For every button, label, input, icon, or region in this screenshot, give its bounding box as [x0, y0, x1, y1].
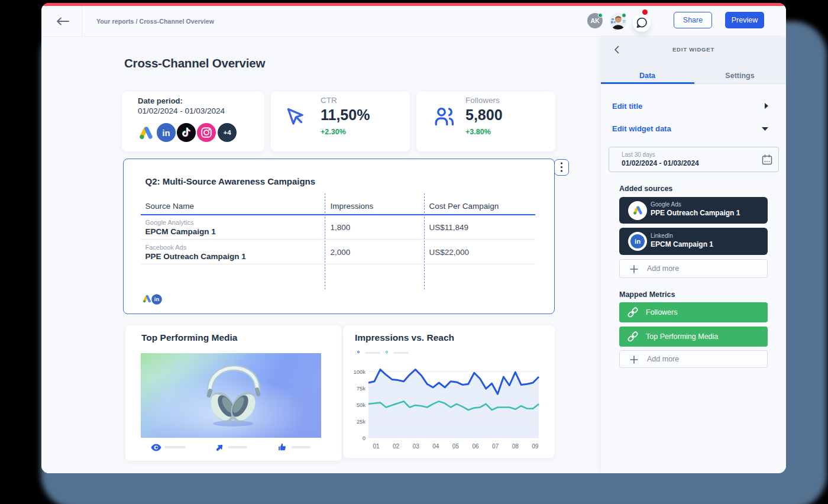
- svg-text:07: 07: [492, 443, 499, 450]
- svg-text:in: in: [162, 128, 170, 138]
- svg-text:0: 0: [363, 435, 366, 441]
- svg-text:08: 08: [512, 443, 519, 450]
- svg-text:in: in: [154, 296, 160, 302]
- svg-text:25k: 25k: [357, 418, 366, 425]
- svg-text:06: 06: [472, 443, 479, 450]
- svg-text:09: 09: [532, 443, 539, 450]
- svg-text:03: 03: [413, 443, 420, 450]
- svg-text:05: 05: [452, 443, 460, 450]
- svg-text:100k: 100k: [353, 369, 366, 375]
- svg-text:50k: 50k: [357, 402, 366, 408]
- svg-text:in: in: [635, 238, 641, 245]
- svg-text:02: 02: [393, 443, 400, 450]
- svg-text:04: 04: [432, 443, 439, 450]
- svg-text:75k: 75k: [357, 385, 366, 392]
- svg-text:01: 01: [373, 443, 380, 450]
